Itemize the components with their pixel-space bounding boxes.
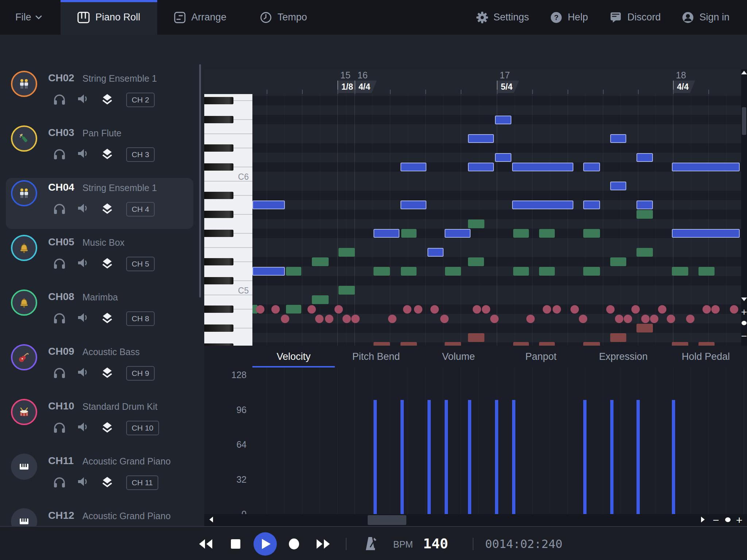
drum-note-dot[interactable] [658, 305, 666, 314]
stop-button[interactable] [231, 539, 240, 549]
velocity-bar[interactable] [512, 400, 515, 514]
note-selected-track[interactable] [636, 201, 653, 209]
solo-headphones-icon[interactable] [53, 257, 66, 269]
note-other-track-green[interactable] [539, 229, 555, 238]
horizontal-scrollbar-thumb[interactable] [368, 515, 406, 525]
black-key-as5[interactable] [204, 192, 233, 199]
drum-note-dot[interactable] [553, 305, 561, 314]
drum-note-dot[interactable] [543, 305, 551, 314]
drum-note-dot[interactable] [650, 315, 658, 323]
note-selected-track[interactable] [636, 153, 653, 162]
black-key-cs6[interactable] [204, 163, 233, 171]
channel-item-ch12[interactable]: CH12Acoustic Grand PianoCH 12 [6, 506, 193, 526]
layers-icon[interactable] [101, 93, 113, 105]
black-key-gs4[interactable] [204, 324, 233, 332]
note-selected-track[interactable] [427, 248, 444, 257]
note-other-track-green[interactable] [539, 267, 555, 276]
note-selected-track[interactable] [495, 153, 511, 162]
note-other-track-green[interactable] [698, 267, 715, 276]
layers-icon[interactable] [101, 257, 113, 269]
drum-note-dot[interactable] [703, 305, 711, 314]
solo-headphones-icon[interactable] [53, 476, 66, 488]
drum-note-dot[interactable] [711, 305, 720, 314]
drum-note-dot[interactable] [334, 305, 343, 314]
solo-headphones-icon[interactable] [53, 312, 66, 324]
black-key-gs5[interactable] [204, 211, 233, 218]
black-key-ds5[interactable] [204, 258, 233, 265]
note-other-track-red[interactable] [698, 342, 715, 346]
time-signature-tag[interactable]: 4/4 [355, 81, 377, 93]
black-key-ds6[interactable] [204, 144, 233, 152]
drum-note-dot[interactable] [430, 305, 439, 314]
note-selected-track[interactable] [672, 163, 740, 171]
mute-speaker-icon[interactable] [77, 367, 89, 378]
tab-tempo[interactable]: Tempo [243, 0, 324, 35]
layers-icon[interactable] [101, 476, 113, 488]
channel-item-ch02[interactable]: CH02String Ensemble 1CH 2 [6, 69, 193, 120]
note-selected-track[interactable] [400, 201, 426, 209]
zoom-reset-vertical-icon[interactable] [742, 320, 747, 327]
black-key-fs6[interactable] [204, 116, 233, 123]
black-key-gs6[interactable] [204, 97, 233, 104]
note-other-track-green[interactable] [445, 267, 461, 276]
drum-note-dot[interactable] [256, 305, 264, 314]
velocity-bar[interactable] [636, 400, 640, 514]
note-other-track-red[interactable] [468, 333, 484, 342]
drum-note-dot[interactable] [641, 315, 650, 323]
time-signature-tag[interactable]: 5/4 [497, 81, 519, 93]
note-other-track-red[interactable] [513, 342, 529, 346]
scroll-left-icon[interactable] [209, 517, 213, 524]
note-other-track-red[interactable] [374, 342, 390, 346]
note-other-track-green[interactable] [513, 267, 529, 276]
note-selected-track[interactable] [374, 229, 399, 238]
drum-note-dot[interactable] [606, 305, 615, 314]
note-other-track-green[interactable] [401, 267, 417, 276]
drum-note-dot[interactable] [624, 315, 632, 323]
controller-tab-pitch-bend[interactable]: Pitch Bend [335, 346, 417, 368]
note-other-track-green[interactable] [312, 295, 329, 304]
metronome-button[interactable] [364, 536, 378, 552]
mute-speaker-icon[interactable] [77, 312, 89, 323]
controller-tab-velocity[interactable]: Velocity [252, 346, 335, 368]
drum-note-dot[interactable] [414, 305, 422, 314]
channel-item-ch09[interactable]: CH09Acoustic BassCH 9 [6, 342, 193, 393]
drum-note-dot[interactable] [403, 305, 411, 314]
play-button[interactable] [253, 532, 277, 556]
note-other-track-green[interactable] [610, 257, 626, 266]
channel-item-ch11[interactable]: CH11Acoustic Grand PianoCH 11 [6, 451, 193, 502]
scroll-right-icon[interactable] [701, 517, 705, 524]
drum-note-dot[interactable] [440, 315, 449, 323]
solo-headphones-icon[interactable] [53, 203, 66, 214]
time-signature-tag[interactable]: 4/4 [673, 81, 695, 93]
note-other-track-red[interactable] [610, 333, 626, 342]
drum-note-dot[interactable] [667, 315, 675, 323]
black-key-cs5[interactable] [204, 277, 233, 284]
velocity-bar[interactable] [495, 400, 498, 514]
note-selected-track[interactable] [252, 267, 285, 276]
note-other-track-red[interactable] [400, 342, 417, 346]
drum-note-dot[interactable] [271, 305, 280, 314]
mute-speaker-icon[interactable] [77, 476, 89, 487]
mute-speaker-icon[interactable] [77, 257, 89, 268]
drum-note-dot[interactable] [388, 315, 396, 323]
mute-speaker-icon[interactable] [77, 93, 89, 104]
channel-item-ch03[interactable]: CH03Pan FluteCH 3 [6, 123, 193, 174]
controller-tab-hold-pedal[interactable]: Hold Pedal [665, 346, 747, 368]
velocity-bar[interactable] [583, 400, 587, 514]
drum-note-dot[interactable] [342, 315, 351, 323]
tab-piano-roll[interactable]: Piano Roll [61, 0, 157, 35]
mute-speaker-icon[interactable] [77, 203, 89, 214]
note-selected-track[interactable] [468, 163, 494, 171]
note-other-track-green[interactable] [513, 229, 529, 238]
menu-settings[interactable]: Settings [476, 11, 529, 24]
note-other-track-green[interactable] [401, 229, 417, 238]
black-key-as4[interactable] [204, 306, 233, 313]
horizontal-scrollbar[interactable]: − + [204, 514, 747, 526]
menu-sign-in[interactable]: Sign in [682, 11, 729, 24]
note-grid[interactable] [252, 94, 747, 346]
mute-speaker-icon[interactable] [77, 148, 89, 159]
zoom-out-horizontal-icon[interactable]: − [713, 514, 719, 526]
channel-list-scrollbar[interactable] [199, 64, 201, 298]
note-selected-track[interactable] [512, 201, 573, 209]
note-other-track-green[interactable] [338, 286, 355, 295]
